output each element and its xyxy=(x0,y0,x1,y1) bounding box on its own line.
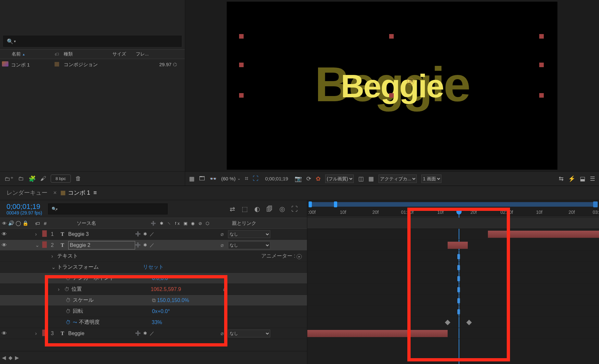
pickwhip-icon[interactable]: ⌀ xyxy=(216,231,228,237)
property-row-opacity[interactable]: ⏱ ⤳ 不透明度 33% ⌀ xyxy=(0,317,307,328)
graph-icon[interactable]: 🗐 xyxy=(266,205,273,213)
expression-icon[interactable]: ⤳ xyxy=(73,319,77,325)
tab-render-queue[interactable]: レンダーキュー xyxy=(6,186,50,200)
layer-switches[interactable]: ➕ ✱ ／ xyxy=(135,231,216,237)
time-ruler[interactable]: :00f10f20f01:00f10f20f02:00f10f20f03:00f xyxy=(307,207,599,217)
pickwhip-icon[interactable]: ⌀ xyxy=(216,242,228,248)
scale-value[interactable]: 150.0,150.0% xyxy=(157,297,189,303)
link-icon[interactable]: ⧉ xyxy=(152,297,156,303)
selection-handle[interactable] xyxy=(389,34,394,39)
grid-icon[interactable]: ◫ xyxy=(358,175,364,182)
layer-row[interactable]: 👁 ⌄ 2 T Beggie 2 ➕ ✱ ／ ⌀ なし xyxy=(0,240,307,251)
label-swatch[interactable] xyxy=(42,230,47,237)
interpret-footage-icon[interactable]: 🗀⁺ xyxy=(5,175,14,182)
bpc-button[interactable]: 8 bpc xyxy=(51,175,71,183)
stopwatch-icon[interactable]: ⏱ xyxy=(64,286,70,292)
animator-add-icon[interactable]: ▸ xyxy=(297,254,302,259)
visibility-toggle[interactable]: 👁 xyxy=(1,331,8,336)
project-search[interactable]: 🔍 ▾ xyxy=(3,36,182,47)
disclosure-arrow[interactable]: ⌄ xyxy=(35,242,42,248)
visibility-toggle[interactable]: 👁 xyxy=(1,242,8,248)
render-icon[interactable]: ⛶ xyxy=(291,205,298,213)
layer-row[interactable]: 👁 › 1 T Beggie 3 ➕ ✱ ／ ⌀ なし xyxy=(0,229,307,240)
pixel-aspect-icon[interactable]: ⇆ xyxy=(559,175,564,182)
keyframe-marker[interactable] xyxy=(466,320,472,325)
next-keyframe-icon[interactable]: ▶ xyxy=(15,355,19,361)
layer-bar[interactable] xyxy=(488,231,599,238)
quality-select[interactable]: (フル画質) xyxy=(325,175,354,183)
chevron-down-icon[interactable]: ⌄ xyxy=(237,176,240,181)
anchor-point-icon[interactable]: ⊕ xyxy=(407,78,414,85)
tab-comp[interactable]: ×コンポ 1 ≡ xyxy=(63,186,99,200)
layer-switches[interactable]: ➕ ✱ ／ xyxy=(135,331,216,336)
adjustment-icon[interactable]: ◎ xyxy=(279,205,285,213)
visibility-toggle[interactable]: 👁 xyxy=(1,231,8,237)
layers-icon[interactable]: 🗔 xyxy=(199,175,205,182)
selection-handle[interactable] xyxy=(239,93,244,98)
opacity-value[interactable]: 33% xyxy=(152,320,220,325)
disclosure-arrow[interactable]: › xyxy=(35,331,42,336)
add-keyframe-icon[interactable]: ◆ xyxy=(8,355,12,361)
stopwatch-icon[interactable]: ⏱ xyxy=(65,297,71,303)
property-row-anchor[interactable]: ⏱ アンカーポイント 0.0,0.0 ⌀ xyxy=(0,273,307,284)
layer-name[interactable]: Beggie 3 xyxy=(68,231,135,237)
layer-name[interactable]: Beggie xyxy=(68,331,135,336)
fast-preview-icon[interactable]: ⚡ xyxy=(568,175,575,182)
layer-row[interactable]: 👁 › 3 T Beggie ➕ ✱ ／ ⌀ なし xyxy=(0,328,307,339)
timeline-graph[interactable]: :00f10f20f01:00f10f20f02:00f10f20f03:00f… xyxy=(307,200,599,364)
pickwhip-icon[interactable]: ⌀ xyxy=(220,275,232,281)
snapshot-icon[interactable]: 📷 xyxy=(295,175,302,182)
zoom-value[interactable]: (60 %) xyxy=(221,176,236,181)
prev-keyframe-icon[interactable]: ◀ xyxy=(2,355,6,361)
selection-handle[interactable] xyxy=(539,93,544,98)
selection-handle[interactable] xyxy=(389,93,394,98)
stopwatch-icon[interactable]: ⏱ xyxy=(65,309,71,314)
transform-group-row[interactable]: ⌄ トランスフォーム リセット xyxy=(0,262,307,273)
new-comp-icon[interactable]: 🧩 xyxy=(29,175,36,182)
timeline-search[interactable]: 🔍▾ xyxy=(48,203,168,214)
transform-reset[interactable]: リセット xyxy=(143,264,211,271)
resolution-icon[interactable]: ⌗ xyxy=(245,175,248,182)
pickwhip-icon[interactable]: ⌀ xyxy=(220,319,232,325)
color-icon[interactable]: ✿ xyxy=(316,175,321,182)
timeline-icon[interactable]: ⬓ xyxy=(580,175,585,182)
selection-handle[interactable] xyxy=(239,63,244,67)
motion-blur-icon[interactable]: ◐ xyxy=(254,205,260,213)
camera-select[interactable]: アクティブカ... xyxy=(378,175,417,183)
parent-select[interactable]: なし xyxy=(228,230,270,238)
current-timecode[interactable]: 0;00;01;19 xyxy=(6,202,40,211)
views-select[interactable]: 1 画面 xyxy=(421,175,441,183)
new-folder-icon[interactable]: 🗀 xyxy=(18,175,24,182)
preview-timecode[interactable]: 0;00;01;19 xyxy=(263,176,290,181)
channel-icon[interactable]: ⟳ xyxy=(306,175,311,182)
toggle-alpha-icon[interactable]: ▦ xyxy=(189,175,195,182)
project-columns[interactable]: 名前▲ 🏷 種類 サイズ フレ... xyxy=(0,49,185,59)
stopwatch-icon[interactable]: ⏱ xyxy=(65,275,71,281)
text-group-row[interactable]: › テキスト アニメーター :▸ xyxy=(0,251,307,262)
layer-bar[interactable] xyxy=(448,242,468,249)
roi-icon[interactable]: ⛶ xyxy=(253,175,259,182)
property-row-position[interactable]: › ⏱ 位置 1062.5,597.9 ⌀ xyxy=(0,284,307,295)
parent-select[interactable]: なし xyxy=(228,330,270,337)
project-item-row[interactable]: コンポ 1 コンポジション 29.97 ⌬ xyxy=(0,59,185,70)
property-row-rotation[interactable]: ⏱ 回転 0x+0.0° ⌀ xyxy=(0,306,307,317)
flowchart-icon[interactable]: ☰ xyxy=(590,175,595,182)
layer-name[interactable]: Beggie 2 xyxy=(68,241,135,249)
time-navigator[interactable] xyxy=(309,202,598,207)
rotation-value[interactable]: 0x+0.0° xyxy=(152,309,220,314)
preview-canvas[interactable]: Beggie Beggie ⊕ xyxy=(227,2,557,170)
draft3d-icon[interactable]: ⬚ xyxy=(242,205,248,213)
anchor-value[interactable]: 0.0,0.0 xyxy=(152,275,220,281)
close-icon[interactable]: × xyxy=(53,189,57,196)
property-row-scale[interactable]: ⏱ スケール ⧉ 150.0,150.0% ⌀ xyxy=(0,295,307,306)
selection-handle[interactable] xyxy=(539,63,544,67)
shy-icon[interactable]: ⇄ xyxy=(230,205,235,213)
source-name-col[interactable]: ソース名 xyxy=(75,220,151,226)
selection-handle[interactable] xyxy=(539,34,544,39)
trash-icon[interactable]: 🗑 xyxy=(75,175,81,182)
layer-bar[interactable] xyxy=(307,330,448,337)
pickwhip-icon[interactable]: ⌀ xyxy=(220,308,232,314)
stopwatch-icon[interactable]: ⏱ xyxy=(65,320,71,325)
pickwhip-icon[interactable]: ⌀ xyxy=(220,297,232,303)
disclosure-arrow[interactable]: › xyxy=(35,231,42,237)
